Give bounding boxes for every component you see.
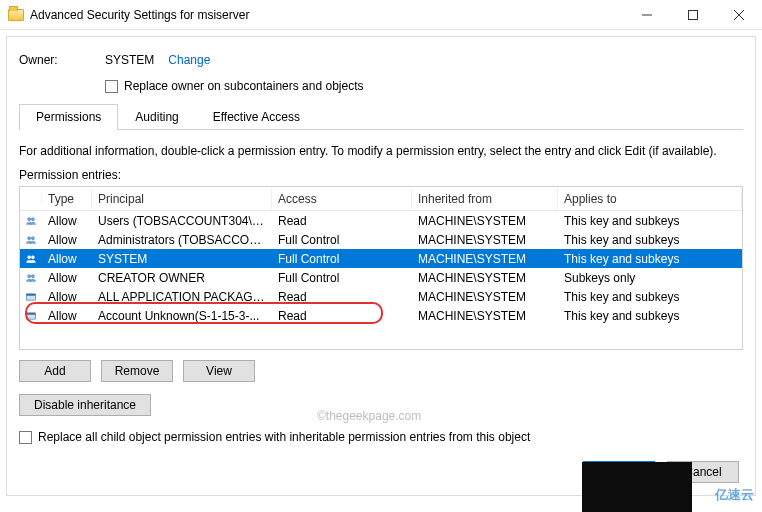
cell-principal: Users (TOBSACCOUNT304\Us...: [92, 213, 272, 229]
cell-type: Allow: [42, 232, 92, 248]
table-row[interactable]: AllowCREATOR OWNERFull ControlMACHINE\SY…: [20, 268, 742, 287]
table-row[interactable]: AllowSYSTEMFull ControlMACHINE\SYSTEMThi…: [20, 249, 742, 268]
permissions-grid: Type Principal Access Inherited from App…: [19, 186, 743, 350]
tab-auditing[interactable]: Auditing: [118, 104, 195, 130]
cell-access: Read: [272, 308, 412, 324]
replace-owner-row: Replace owner on subcontainers and objec…: [105, 79, 743, 93]
col-principal[interactable]: Principal: [92, 188, 272, 210]
cell-principal: CREATOR OWNER: [92, 270, 272, 286]
cell-inherited: MACHINE\SYSTEM: [412, 289, 558, 305]
replace-all-checkbox[interactable]: [19, 431, 32, 444]
cell-applies: This key and subkeys: [558, 289, 742, 305]
add-button[interactable]: Add: [19, 360, 91, 382]
titlebar: Advanced Security Settings for msiserver: [0, 0, 762, 30]
table-row[interactable]: AllowALL APPLICATION PACKAGESReadMACHINE…: [20, 287, 742, 306]
cell-access: Full Control: [272, 232, 412, 248]
svg-point-8: [28, 255, 31, 258]
cell-type: Allow: [42, 270, 92, 286]
brand-shadow: [582, 462, 692, 512]
svg-rect-1: [689, 10, 698, 19]
principal-icon: [20, 308, 42, 324]
dialog-body: Owner: SYSTEM Change Replace owner on su…: [6, 36, 756, 496]
replace-all-row: Replace all child object permission entr…: [19, 430, 743, 444]
remove-button[interactable]: Remove: [101, 360, 173, 382]
svg-point-6: [28, 236, 31, 239]
maximize-button[interactable]: [670, 0, 716, 30]
svg-rect-13: [27, 293, 36, 295]
cell-type: Allow: [42, 213, 92, 229]
tabstrip: Permissions Auditing Effective Access: [19, 103, 743, 130]
cell-principal: SYSTEM: [92, 251, 272, 267]
tab-effective-access[interactable]: Effective Access: [196, 104, 317, 130]
cell-principal: Administrators (TOBSACCOU...: [92, 232, 272, 248]
cell-type: Allow: [42, 308, 92, 324]
tab-permissions[interactable]: Permissions: [19, 104, 118, 130]
svg-point-5: [31, 217, 34, 220]
cell-access: Read: [272, 289, 412, 305]
cell-applies: Subkeys only: [558, 270, 742, 286]
owner-row: Owner: SYSTEM Change: [19, 49, 743, 71]
table-row[interactable]: AllowUsers (TOBSACCOUNT304\Us...ReadMACH…: [20, 211, 742, 230]
close-button[interactable]: [716, 0, 762, 30]
disable-inheritance-button[interactable]: Disable inheritance: [19, 394, 151, 416]
principal-icon: [20, 251, 42, 267]
entry-buttons: Add Remove View: [19, 360, 743, 382]
principal-icon: [20, 270, 42, 286]
cell-principal: Account Unknown(S-1-15-3-...: [92, 308, 272, 324]
cell-access: Read: [272, 213, 412, 229]
svg-rect-15: [27, 312, 36, 314]
svg-point-7: [31, 236, 34, 239]
table-row[interactable]: AllowAdministrators (TOBSACCOU...Full Co…: [20, 230, 742, 249]
cell-applies: This key and subkeys: [558, 251, 742, 267]
replace-all-label: Replace all child object permission entr…: [38, 430, 530, 444]
cell-inherited: MACHINE\SYSTEM: [412, 270, 558, 286]
col-inherited[interactable]: Inherited from: [412, 188, 558, 210]
principal-icon: [20, 289, 42, 305]
cell-access: Full Control: [272, 270, 412, 286]
cell-access: Full Control: [272, 251, 412, 267]
grid-header: Type Principal Access Inherited from App…: [20, 187, 742, 211]
owner-label: Owner:: [19, 53, 105, 67]
cell-inherited: MACHINE\SYSTEM: [412, 251, 558, 267]
col-access[interactable]: Access: [272, 188, 412, 210]
svg-point-11: [31, 274, 34, 277]
principal-icon: [20, 213, 42, 229]
minimize-button[interactable]: [624, 0, 670, 30]
cell-principal: ALL APPLICATION PACKAGES: [92, 289, 272, 305]
svg-point-9: [31, 255, 34, 258]
cell-type: Allow: [42, 251, 92, 267]
brand-watermark: 亿速云: [715, 486, 754, 504]
col-applies[interactable]: Applies to: [558, 188, 742, 210]
cell-inherited: MACHINE\SYSTEM: [412, 213, 558, 229]
entries-label: Permission entries:: [19, 168, 743, 182]
svg-point-10: [28, 274, 31, 277]
info-text: For additional information, double-click…: [19, 144, 743, 158]
window-title: Advanced Security Settings for msiserver: [30, 8, 249, 22]
cell-inherited: MACHINE\SYSTEM: [412, 308, 558, 324]
svg-point-4: [28, 217, 31, 220]
replace-owner-label: Replace owner on subcontainers and objec…: [124, 79, 363, 93]
cell-type: Allow: [42, 289, 92, 305]
cell-applies: This key and subkeys: [558, 213, 742, 229]
table-row[interactable]: AllowAccount Unknown(S-1-15-3-...ReadMAC…: [20, 306, 742, 325]
folder-icon: [8, 9, 24, 21]
cell-applies: This key and subkeys: [558, 308, 742, 324]
principal-icon: [20, 232, 42, 248]
replace-owner-checkbox[interactable]: [105, 80, 118, 93]
cell-inherited: MACHINE\SYSTEM: [412, 232, 558, 248]
owner-value: SYSTEM: [105, 53, 154, 67]
cell-applies: This key and subkeys: [558, 232, 742, 248]
col-type[interactable]: Type: [42, 188, 92, 210]
change-owner-link[interactable]: Change: [168, 53, 210, 67]
view-button[interactable]: View: [183, 360, 255, 382]
